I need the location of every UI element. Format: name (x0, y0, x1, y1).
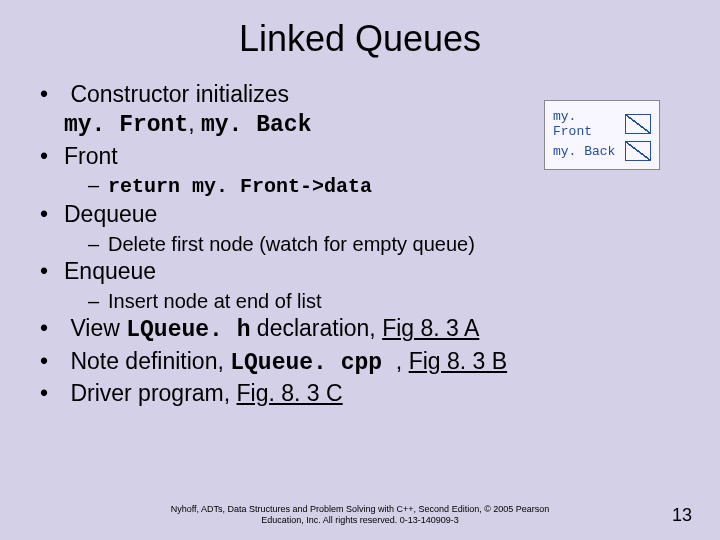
diagram-label-back: my. Back (553, 144, 619, 159)
link-fig-8-3-b[interactable]: Fig 8. 3 B (409, 348, 507, 374)
sub-bullet-delete: Delete first node (watch for empty queue… (88, 231, 690, 257)
code-lqueue-cpp: LQueue. cpp (230, 350, 396, 376)
code-lqueue-h: LQueue. h (126, 317, 250, 343)
link-fig-8-3-c[interactable]: Fig. 8. 3 C (237, 380, 343, 406)
bullet-enqueue: Enqueue (40, 257, 690, 286)
code-myback: my. Back (201, 112, 311, 138)
diagram-row-back: my. Back (553, 141, 651, 161)
bullet-dequeue: Dequeue (40, 200, 690, 229)
text-view: View (70, 315, 126, 341)
null-box-icon (625, 141, 651, 161)
text-declaration: declaration, (250, 315, 382, 341)
pointer-diagram: my. Front my. Back (544, 100, 660, 170)
separator: , (188, 110, 201, 136)
diagram-row-front: my. Front (553, 109, 651, 139)
sub-bullet-return: return my. Front->data (88, 172, 690, 200)
text-comma: , (396, 348, 409, 374)
sub-bullet-insert: Insert node at end of list (88, 288, 690, 314)
slide-title: Linked Queues (0, 0, 720, 80)
code-myfront: my. Front (64, 112, 188, 138)
bullet-driver: Driver program, Fig. 8. 3 C (40, 379, 690, 408)
footer-line1: Nyhoff, ADTs, Data Structures and Proble… (171, 504, 550, 514)
text-note: Note definition, (70, 348, 230, 374)
page-number: 13 (672, 505, 692, 526)
footer-citation: Nyhoff, ADTs, Data Structures and Proble… (0, 504, 720, 526)
bullet-view: View LQueue. h declaration, Fig 8. 3 A (40, 314, 690, 345)
bullet-text: Constructor initializes (70, 81, 289, 107)
footer-line2: Education, Inc. All rights reserved. 0-1… (261, 515, 459, 525)
bullet-note: Note definition, LQueue. cpp , Fig 8. 3 … (40, 347, 690, 378)
text-driver: Driver program, (70, 380, 236, 406)
diagram-label-front: my. Front (553, 109, 619, 139)
link-fig-8-3-a[interactable]: Fig 8. 3 A (382, 315, 479, 341)
null-box-icon (625, 114, 651, 134)
code-return: return my. Front->data (108, 175, 372, 198)
